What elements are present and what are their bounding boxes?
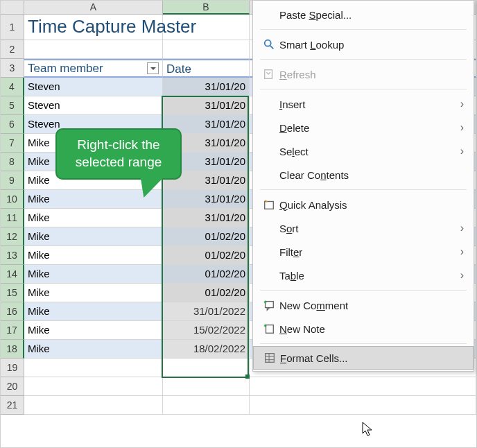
- cell-date[interactable]: 18/02/2022: [163, 340, 250, 359]
- new-comment-icon: [259, 299, 279, 311]
- cell-date[interactable]: 01/02/20: [163, 284, 250, 302]
- row-header-2[interactable]: 2: [1, 40, 24, 59]
- refresh-icon: [259, 68, 279, 80]
- callout-line2: selected range: [62, 154, 175, 171]
- cell-date[interactable]: 31/01/2022: [163, 302, 250, 321]
- row-header-11[interactable]: 11: [1, 209, 24, 227]
- menu-new-note[interactable]: New Note: [253, 317, 474, 341]
- row-header-21[interactable]: 21: [1, 396, 24, 415]
- row-header-18[interactable]: 18: [1, 340, 24, 359]
- row-header-8[interactable]: 8: [1, 153, 24, 171]
- menu-clear-contents[interactable]: Clear Contents: [253, 163, 474, 187]
- cell-rest20[interactable]: [250, 377, 476, 396]
- filter-dropdown-button[interactable]: [147, 62, 159, 74]
- chevron-right-icon: ›: [460, 245, 464, 258]
- row-header-14[interactable]: 14: [1, 265, 24, 284]
- cell-member[interactable]: Mike: [24, 302, 163, 321]
- chevron-right-icon: ›: [460, 269, 464, 282]
- cell-date[interactable]: 01/02/20: [163, 246, 250, 265]
- new-note-icon: [259, 322, 279, 335]
- menu-separator: [260, 189, 467, 190]
- title-cell[interactable]: Time Capture Master: [24, 15, 163, 40]
- cell-member[interactable]: Mike: [24, 227, 163, 246]
- cell-A21[interactable]: [24, 396, 163, 415]
- row-header-16[interactable]: 16: [1, 302, 24, 321]
- svg-line-1: [270, 46, 274, 49]
- cell-date[interactable]: 01/02/20: [163, 227, 250, 246]
- row-header-20[interactable]: 20: [1, 377, 24, 396]
- cell-A20[interactable]: [24, 377, 163, 396]
- cell-A19[interactable]: [24, 359, 163, 377]
- cell-B21[interactable]: [163, 396, 250, 415]
- cell-member[interactable]: Mike: [24, 340, 163, 359]
- row-header-7[interactable]: 7: [1, 134, 24, 153]
- header-date[interactable]: Date: [163, 59, 250, 78]
- svg-rect-10: [266, 354, 275, 363]
- menu-delete[interactable]: Delete ›: [253, 116, 474, 139]
- cell-B2[interactable]: [163, 40, 250, 59]
- row-header-19[interactable]: 19: [1, 359, 24, 377]
- menu-quick-analysis[interactable]: Quick Analysis: [253, 193, 474, 216]
- cell-date[interactable]: 31/01/20: [163, 209, 250, 227]
- row-20: 20: [1, 377, 476, 396]
- svg-rect-3: [265, 202, 274, 209]
- menu-filter[interactable]: Filter ›: [253, 240, 474, 264]
- format-cells-icon: [259, 352, 280, 364]
- row-header-12[interactable]: 12: [1, 227, 24, 246]
- column-header-B[interactable]: B: [163, 1, 250, 15]
- row-header-15[interactable]: 15: [1, 284, 24, 302]
- svg-rect-7: [266, 325, 274, 334]
- cell-date[interactable]: 31/01/20: [163, 190, 250, 209]
- menu-insert[interactable]: Insert ›: [253, 92, 474, 116]
- menu-format-cells[interactable]: Format Cells...: [253, 346, 474, 370]
- menu-separator: [260, 343, 467, 344]
- menu-separator: [260, 89, 467, 89]
- cell-member[interactable]: Mike: [24, 209, 163, 227]
- cell-member[interactable]: Steven: [24, 96, 163, 115]
- menu-new-comment[interactable]: New Comment: [253, 293, 474, 317]
- cell-rest21[interactable]: [250, 396, 476, 415]
- menu-table[interactable]: Table ›: [253, 264, 474, 287]
- row-header-10[interactable]: 10: [1, 190, 24, 209]
- cell-member[interactable]: Mike: [24, 321, 163, 340]
- menu-separator: [260, 29, 467, 30]
- select-all-corner[interactable]: [1, 1, 24, 15]
- row-header-6[interactable]: 6: [1, 115, 24, 134]
- row-header-3[interactable]: 3: [1, 59, 24, 78]
- cell-A2[interactable]: [24, 40, 163, 59]
- instruction-callout: Right-click the selected range: [55, 128, 182, 180]
- cell-member[interactable]: Mike: [24, 284, 163, 302]
- callout-line1: Right-click the: [62, 137, 175, 154]
- row-header-5[interactable]: 5: [1, 96, 24, 115]
- cell-date[interactable]: 31/01/20: [163, 78, 250, 96]
- svg-point-0: [265, 40, 271, 46]
- cell-B19[interactable]: [163, 359, 250, 377]
- row-header-13[interactable]: 13: [1, 246, 24, 265]
- cell-member[interactable]: Steven: [24, 78, 163, 96]
- menu-sort[interactable]: Sort ›: [253, 216, 474, 240]
- cell-member[interactable]: Mike: [24, 246, 163, 265]
- context-menu: Paste Special... Smart Lookup Refresh In…: [252, 0, 474, 372]
- chevron-right-icon: ›: [460, 98, 464, 110]
- cell-date[interactable]: 01/02/20: [163, 265, 250, 284]
- menu-select[interactable]: Select ›: [253, 139, 474, 163]
- row-21: 21: [1, 396, 476, 415]
- column-header-A[interactable]: A: [24, 1, 163, 15]
- menu-paste-special[interactable]: Paste Special...: [253, 3, 474, 26]
- row-header-4[interactable]: 4: [1, 78, 24, 96]
- row-header-17[interactable]: 17: [1, 321, 24, 340]
- cell-date[interactable]: 31/01/20: [163, 96, 250, 115]
- cell-date[interactable]: 15/02/2022: [163, 321, 250, 340]
- cell-B20[interactable]: [163, 377, 250, 396]
- chevron-right-icon: ›: [460, 222, 464, 234]
- menu-smart-lookup[interactable]: Smart Lookup: [253, 33, 474, 56]
- quick-analysis-icon: [259, 198, 279, 211]
- row-header-9[interactable]: 9: [1, 171, 24, 190]
- cell-member[interactable]: Mike: [24, 265, 163, 284]
- menu-refresh: Refresh: [253, 62, 474, 86]
- menu-separator: [260, 59, 467, 60]
- menu-separator: [260, 290, 467, 291]
- row-header-1[interactable]: 1: [1, 15, 24, 40]
- header-team-member[interactable]: Team member: [24, 59, 163, 78]
- chevron-right-icon: ›: [460, 121, 464, 134]
